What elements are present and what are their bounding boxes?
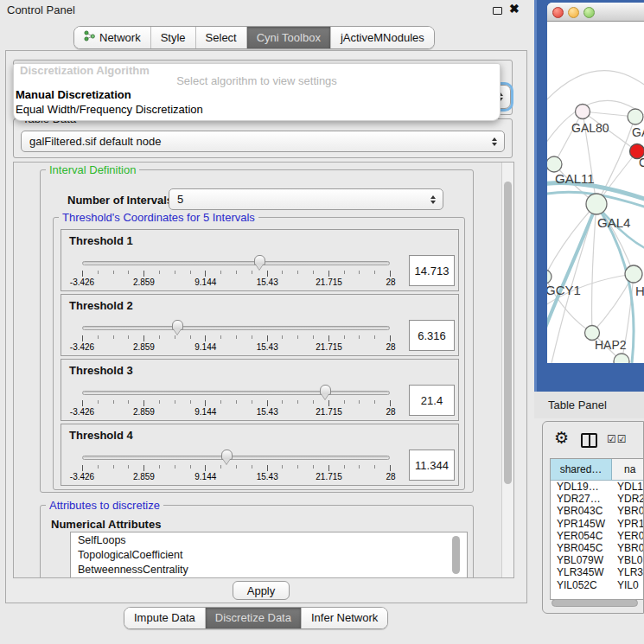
table-row[interactable]: YBL079WYBL0 [551,554,643,566]
cell-name[interactable]: YBL0 [612,554,643,566]
table-row[interactable]: YER054CYER0 [551,530,643,542]
network-canvas[interactable]: GAL80 GA GAL11 C GAL4 GCY1 H HAP2 [547,22,644,363]
table-row[interactable]: YBR043CYBR0 [551,505,643,517]
close-icon[interactable]: ✖ [509,2,520,16]
cell-shared-name[interactable]: YIL052C [551,579,612,591]
tab-impute-data[interactable]: Impute Data [124,608,205,628]
threshold-value-field[interactable]: 21.4 [409,385,455,416]
threshold-label: Threshold 1 [69,234,133,247]
cell-shared-name[interactable]: YDR27… [551,493,612,505]
node-gal11[interactable] [547,156,562,172]
cell-name[interactable]: YDR2 [612,493,643,505]
column-header-name[interactable]: na [612,459,643,480]
table-row[interactable]: YDR27…YDR2 [551,493,643,505]
tab-select[interactable]: Select [195,27,246,48]
slider-major-ticks [82,335,391,341]
tick-label: 2.859 [133,277,155,287]
node-label: GAL80 [571,121,609,135]
cell-shared-name[interactable]: YBR043C [551,505,612,517]
attribute-list-item[interactable]: SelfLoops [71,532,467,547]
scrollbar-thumb[interactable] [504,182,512,484]
scrollbar-track[interactable] [501,163,513,578]
table-panel-header: Table Panel [534,392,644,418]
cell-name[interactable]: YDL1 [612,481,643,493]
tab-network[interactable]: Network [74,27,150,48]
cell-name[interactable]: YLR3 [612,566,643,578]
threshold-value-field[interactable]: 11.344 [409,450,455,481]
threshold-slider-track[interactable] [82,391,390,395]
settings-scrollpane: Interval Definition Number of Intervals … [13,162,514,578]
tab-discretize-data[interactable]: Discretize Data [205,608,301,628]
threshold-slider-handle[interactable] [320,385,331,395]
node-clipped-bottom[interactable] [614,354,629,363]
node-gal80[interactable] [576,105,590,119]
threshold-slider-track[interactable] [82,456,390,460]
cell-shared-name[interactable]: YER054C [551,530,612,542]
control-panel: Control Panel ✖ Network Style [0,0,534,644]
thresholds-group: Threshold's Coordinates for 5 Intervals … [53,217,465,490]
attribute-list-item[interactable]: TopologicalCoefficient [71,547,467,562]
threshold-slider-track[interactable] [82,261,390,265]
cell-name[interactable]: YBR0 [612,542,643,554]
columns-icon[interactable] [581,433,597,448]
cell-shared-name[interactable]: YDL19… [551,481,612,493]
horizontal-scrollbar[interactable] [552,599,638,607]
attribute-list-item[interactable]: BetweennessCentrality [71,562,467,577]
apply-button[interactable]: Apply [233,581,290,600]
interval-definition-legend: Interval Definition [46,163,139,176]
popup-hint: Select algorithm to view settings [14,74,500,87]
select-checkboxes-icon[interactable]: ☑☑ [607,433,628,445]
network-window-titlebar[interactable] [547,3,644,22]
combo-value: galFiltered.sif default node [29,135,161,148]
cell-shared-name[interactable]: YBL079W [551,554,612,566]
cell-name[interactable]: YIL0 [612,579,643,591]
cell-name[interactable]: YBR0 [612,505,643,517]
popup-option-manual-discretization[interactable]: Manual Discretization [16,88,131,101]
gear-icon[interactable]: ⚙ [554,430,569,446]
table-data-combobox[interactable]: galFiltered.sif default node [21,131,505,152]
threshold-slider-handle[interactable] [172,320,183,330]
close-traffic-light[interactable] [552,7,564,18]
thresholds-legend: Threshold's Coordinates for 5 Intervals [59,211,258,224]
tab-jactivemnodules[interactable]: jActiveMNodules [330,27,434,48]
cell-name[interactable]: YER0 [612,530,643,542]
node-label: H [635,284,644,298]
tab-label: Impute Data [134,611,195,624]
table-row[interactable]: YLR345WYLR3 [551,566,643,578]
popup-option-equal-width-frequency[interactable]: Equal Width/Frequency Discretization [16,103,203,116]
cell-shared-name[interactable]: YBR045C [551,542,612,554]
threshold-slider-track[interactable] [82,326,390,330]
cell-shared-name[interactable]: YPR145W [551,518,612,530]
threshold-4-panel: Threshold 4 -3.4262.8599.14415.4321.7152… [61,424,459,486]
minimize-traffic-light[interactable] [568,7,579,18]
tab-infer-network[interactable]: Infer Network [301,608,387,628]
tab-cyni-toolbox[interactable]: Cyni Toolbox [246,27,330,48]
table-row[interactable]: YIL052CYIL0 [551,579,643,591]
threshold-label: Threshold 3 [69,364,133,377]
tick-label: 21.715 [316,472,342,481]
cell-shared-name[interactable]: YLR345W [551,566,612,578]
node-clipped-right[interactable] [625,265,642,283]
table-row[interactable]: YDL19…YDL1 [551,481,643,493]
node-gcy1[interactable] [547,270,552,284]
panel-title: Control Panel [7,3,75,16]
threshold-slider-handle[interactable] [221,450,233,460]
float-window-icon[interactable] [493,7,502,15]
cell-name[interactable]: YPR1 [612,518,643,530]
tab-style[interactable]: Style [150,27,195,48]
number-of-intervals-combobox[interactable]: 5 [169,188,443,210]
node-gal4[interactable] [586,194,607,214]
zoom-traffic-light[interactable] [583,7,595,18]
tick-label: 2.859 [133,407,155,417]
threshold-2-panel: Threshold 2 -3.4262.8599.14415.4321.7152… [61,294,459,356]
node-clipped-top-right[interactable] [628,109,643,124]
column-header-shared-name[interactable]: shared… [551,459,612,480]
threshold-slider-handle[interactable] [254,255,265,265]
threshold-value-field[interactable]: 14.713 [409,255,455,286]
threshold-value-field[interactable]: 6.316 [409,320,455,351]
tick-label: 28 [386,407,395,417]
numerical-attributes-list[interactable]: SelfLoopsTopologicalCoefficientBetweenne… [70,532,468,578]
table-row[interactable]: YBR045CYBR0 [551,542,643,554]
tab-label: Style [161,31,186,44]
table-row[interactable]: YPR145WYPR1 [551,518,643,530]
